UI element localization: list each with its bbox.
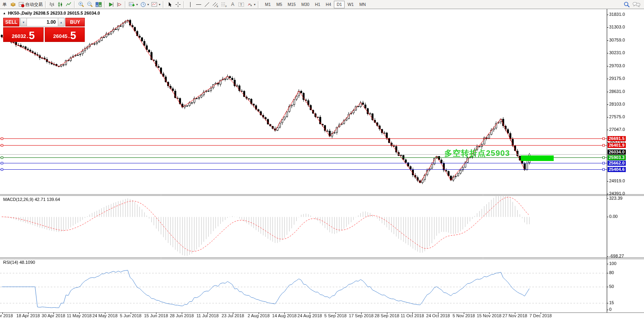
chart-shift-icon <box>116 2 122 8</box>
timeframe-h4-button[interactable]: H4 <box>323 1 334 8</box>
templates-icon <box>151 2 158 8</box>
bar-chart-button[interactable] <box>48 0 56 9</box>
tile-windows-button[interactable] <box>94 0 103 9</box>
crosshair-button[interactable] <box>174 0 182 9</box>
sell-price-decimal: 5 <box>29 30 35 41</box>
vertical-line-icon <box>188 2 193 8</box>
label-tool-icon: T <box>238 2 244 8</box>
horizontal-line-icon <box>196 2 202 7</box>
toolbar-separator <box>45 1 47 8</box>
timeframe-mn-button[interactable]: MN <box>356 1 368 8</box>
expert-advisors-icon <box>10 2 16 8</box>
timeframe-m15-button[interactable]: M15 <box>285 1 298 8</box>
toolbar: 单 自动交易 ▾ ▾ ▾ E F A T ▾ M1M5M15M30H1H4D1W… <box>0 0 644 9</box>
bar-chart-icon <box>49 2 55 8</box>
zoom-out-button[interactable] <box>86 0 94 9</box>
timeframe-w1-button[interactable]: W1 <box>345 1 356 8</box>
arrows-button[interactable]: ▾ <box>246 0 257 9</box>
fibonacci-icon: F <box>221 2 227 8</box>
candlestick-chart-button[interactable] <box>56 0 65 9</box>
channel-icon: E <box>212 2 219 8</box>
expert-advisors-button[interactable] <box>9 0 17 9</box>
search-button[interactable] <box>622 0 631 9</box>
horizontal-line-button[interactable] <box>194 0 203 9</box>
svg-text:F: F <box>225 5 227 8</box>
caret-up-icon: ▲ <box>60 21 63 24</box>
toolbar-separator <box>258 1 259 8</box>
volume-spinner: ▼ 1.00 ▲ <box>20 18 65 27</box>
search-icon <box>623 1 630 8</box>
new-chart-icon <box>129 2 135 8</box>
toolbar-separator <box>104 1 106 8</box>
clock-icon <box>140 2 146 8</box>
toolbar-separator <box>183 1 185 8</box>
new-chart-button[interactable]: ▾ <box>128 0 139 9</box>
svg-text:T: T <box>240 3 242 7</box>
buy-price-display[interactable]: 26045.5 <box>45 27 85 42</box>
text-tool-icon: A <box>231 2 234 7</box>
volume-value[interactable]: 1.00 <box>27 18 58 26</box>
chart-collapse-icon[interactable]: ▲ <box>3 11 6 15</box>
timeframe-h1-button[interactable]: H1 <box>312 1 323 8</box>
dropdown-arrow-icon: ▾ <box>159 3 160 6</box>
zoom-in-button[interactable] <box>77 0 86 9</box>
timeframe-m30-button[interactable]: M30 <box>299 1 312 8</box>
line-chart-button[interactable] <box>65 0 73 9</box>
toolbar-separator <box>163 1 164 8</box>
fibonacci-button[interactable]: F <box>220 0 229 9</box>
cursor-icon <box>167 2 173 8</box>
sell-price-separator: . <box>27 33 29 40</box>
chat-icon <box>633 1 640 8</box>
templates-button[interactable]: ▾ <box>150 0 162 9</box>
svg-text:E: E <box>217 5 218 8</box>
arrows-icon <box>247 2 253 8</box>
timeframe-group: M1M5M15M30H1H4D1W1MN <box>262 1 368 8</box>
crosshair-icon <box>175 2 181 8</box>
sell-price-main: 26032 <box>12 33 26 40</box>
trendline-icon <box>204 2 210 8</box>
dropdown-arrow-icon: ▾ <box>254 3 255 6</box>
volume-increase-button[interactable]: ▲ <box>58 18 64 26</box>
toolbar-separator <box>125 1 126 8</box>
sell-button[interactable]: SELL <box>3 18 19 27</box>
buy-price-main: 26045 <box>53 33 67 40</box>
label-button[interactable]: T <box>237 0 246 9</box>
chart-canvas[interactable] <box>0 0 644 320</box>
line-chart-icon <box>66 2 72 8</box>
timeframe-d1-button[interactable]: D1 <box>334 1 345 8</box>
timeframe-m1-button[interactable]: M1 <box>262 1 274 8</box>
vertical-line-button[interactable] <box>186 0 194 9</box>
sell-price-display[interactable]: 26032.5 <box>3 27 44 42</box>
buy-price-decimal: 5 <box>70 30 76 41</box>
timeframe-m5-button[interactable]: M5 <box>274 1 285 8</box>
auto-trading-icon <box>19 2 25 8</box>
zoom-in-icon <box>78 1 84 8</box>
new-order-label: 单 <box>2 2 7 8</box>
one-click-trading-panel: SELL ▼ 1.00 ▲ BUY 26032.5 26045.5 <box>3 18 85 42</box>
candlestick-icon <box>57 2 63 8</box>
tile-windows-icon <box>95 2 102 8</box>
trendline-button[interactable] <box>203 0 211 9</box>
buy-price-separator: . <box>68 33 70 40</box>
rsi-indicator-label: RSI(14) 48.1090 <box>3 260 35 265</box>
text-button[interactable]: A <box>229 0 237 9</box>
auto-trading-button[interactable]: 自动交易 <box>17 0 44 9</box>
caret-down-icon: ▼ <box>22 21 25 24</box>
profiles-button[interactable]: ▾ <box>139 0 150 9</box>
volume-decrease-button[interactable]: ▼ <box>21 18 27 26</box>
chart-title: ▲ HK50-,Daily 26208.5 26233.0 26015.5 26… <box>3 11 100 15</box>
chat-button[interactable] <box>631 0 642 9</box>
macd-indicator-label: MACD(12,26,9) 42.71 139.64 <box>3 197 60 202</box>
cursor-button[interactable] <box>166 0 174 9</box>
dropdown-arrow-icon: ▾ <box>136 3 138 6</box>
new-order-button[interactable]: 单 <box>0 0 9 9</box>
buy-button[interactable]: BUY <box>65 18 85 27</box>
channel-button[interactable]: E <box>211 0 220 9</box>
auto-trading-label: 自动交易 <box>25 2 43 8</box>
toolbar-separator <box>74 1 76 8</box>
chart-shift-button[interactable] <box>115 0 124 9</box>
dropdown-arrow-icon: ▾ <box>147 3 149 6</box>
auto-scroll-icon <box>108 2 114 8</box>
auto-scroll-button[interactable] <box>107 0 115 9</box>
chart-title-text: HK50-,Daily 26208.5 26233.0 26015.5 2603… <box>8 11 100 15</box>
